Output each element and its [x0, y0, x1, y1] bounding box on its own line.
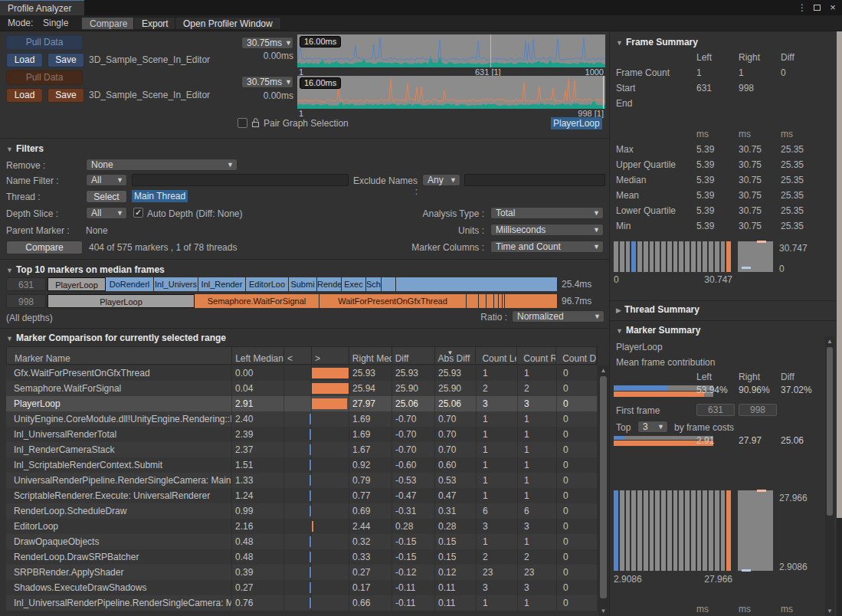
open-profiler-window-button[interactable]: Open Profiler Window — [175, 17, 281, 30]
scroll-down-icon[interactable]: ▼ — [825, 608, 834, 614]
filters-header[interactable]: ▼Filters — [6, 143, 44, 154]
cell-left: 0.48 — [232, 534, 284, 549]
thread-summary-header[interactable]: ▶Thread Summary — [616, 304, 699, 315]
thread-select-button[interactable]: Select — [86, 190, 127, 203]
save-right-button[interactable]: Save — [48, 88, 84, 103]
table-row[interactable]: Inl_ScriptableRenderContext.Submit1.510.… — [6, 457, 598, 473]
summary-scrollbar[interactable]: ▲ ▼ — [825, 336, 834, 616]
name-filter-input[interactable] — [132, 174, 349, 186]
first-frame-right-button[interactable]: 998 — [739, 404, 777, 416]
top10-segment[interactable]: Rende — [317, 277, 342, 291]
top10-segment[interactable]: WaitForPresentOnGfxThread — [319, 294, 467, 308]
export-button[interactable]: Export — [133, 17, 177, 30]
column-header-lt[interactable]: < — [284, 347, 312, 364]
table-row[interactable]: SRPBRender.ApplyShader0.390.27-0.120.122… — [6, 565, 598, 580]
pull-data-right-button[interactable]: Pull Data — [6, 70, 83, 85]
load-right-button[interactable]: Load — [6, 88, 43, 103]
column-header-left[interactable]: Left Median — [232, 347, 284, 364]
range-dropdown-bottom[interactable]: 30.75ms▼ — [241, 76, 293, 88]
frame-summary-header[interactable]: ▼Frame Summary — [616, 37, 698, 48]
column-header-count_r[interactable]: Count Right — [517, 347, 556, 364]
units-dropdown[interactable]: Milliseconds▼ — [490, 224, 604, 236]
first-frame-left-button[interactable]: 631 — [696, 404, 735, 416]
top10-segment[interactable]: Submi — [289, 277, 317, 291]
top10-segment[interactable]: EditorLoo — [246, 277, 289, 291]
top10-segment[interactable] — [396, 277, 558, 291]
mode-single-button[interactable]: Single — [35, 17, 76, 30]
table-row[interactable]: Inl_UniversalRenderPipeline.RenderSingle… — [6, 595, 598, 611]
column-header-name[interactable]: Marker Name — [7, 347, 232, 364]
frame-index-button[interactable]: 998 — [6, 294, 46, 308]
table-row[interactable]: PlayerLoop2.9127.9725.0625.06330 — [6, 396, 598, 411]
menu-icon[interactable]: ⋮ — [797, 2, 808, 13]
top10-segment[interactable]: Sch — [366, 277, 382, 291]
column-header-gt[interactable]: > — [312, 347, 349, 364]
column-header-right[interactable]: Right Median — [349, 347, 392, 364]
close-icon[interactable]: × — [827, 2, 838, 13]
table-row[interactable]: EditorLoop2.162.440.280.28330 — [6, 519, 598, 534]
top10-segment[interactable] — [382, 277, 396, 291]
top10-segment[interactable] — [505, 294, 558, 308]
scroll-down-icon[interactable]: ▼ — [598, 608, 608, 614]
top-n-dropdown[interactable]: 3▼ — [637, 421, 668, 433]
remove-dropdown[interactable]: None▼ — [86, 159, 238, 171]
table-row[interactable]: Semaphore.WaitForSignal0.0425.9425.9025.… — [6, 381, 598, 396]
marker-columns-dropdown[interactable]: Time and Count▼ — [490, 241, 604, 253]
exclude-mode-dropdown[interactable]: Any▼ — [422, 174, 460, 186]
compare-button[interactable]: Compare — [6, 241, 83, 254]
column-header-abs[interactable]: Abs Diff▼ — [435, 347, 477, 364]
tab-profile-analyzer[interactable]: Profile Analyzer — [0, 0, 84, 15]
table-row[interactable]: Shadows.ExecuteDrawShadows0.270.17-0.110… — [6, 580, 598, 595]
table-row[interactable]: DrawOpaqueObjects0.480.32-0.150.15110 — [6, 534, 598, 549]
panel-scrollbar-track[interactable] — [837, 518, 842, 616]
scrollbar-thumb[interactable] — [600, 376, 607, 598]
table-row[interactable]: UniversalRenderPipeline.RenderSingleCame… — [6, 473, 598, 488]
table-row[interactable]: RenderLoop.DrawSRPBatcher0.480.33-0.150.… — [6, 549, 598, 565]
column-header-diff[interactable]: Diff — [392, 347, 435, 364]
save-left-button[interactable]: Save — [48, 53, 84, 67]
top10-segment[interactable] — [467, 294, 479, 308]
pull-data-left-button[interactable]: Pull Data — [6, 35, 83, 50]
scrollbar-thumb[interactable] — [827, 347, 833, 516]
top10-segment[interactable] — [487, 294, 494, 308]
table-row[interactable]: Inl_UniversalRenderTotal2.391.69-0.700.7… — [6, 427, 598, 442]
ratio-dropdown[interactable]: Normalized▼ — [512, 310, 604, 323]
top10-segment[interactable]: PlayerLoop — [48, 277, 106, 291]
top10-segment[interactable]: Inl_Render — [198, 277, 246, 291]
top10-segment[interactable]: PlayerLoop — [48, 294, 195, 308]
marker-summary-header[interactable]: ▼Marker Summary — [616, 325, 700, 336]
contribution-diff-value: 37.02% — [781, 385, 812, 395]
column-header-count_d[interactable]: Count Diff — [556, 347, 597, 364]
column-header-count_l[interactable]: Count Left — [476, 347, 517, 364]
table-scrollbar[interactable]: ▲ ▼ — [598, 365, 608, 616]
top10-segment[interactable] — [479, 294, 487, 308]
table-row[interactable]: ScriptableRenderer.Execute: UniversalRen… — [6, 488, 598, 503]
table-row[interactable]: Gfx.WaitForPresentOnGfxThread0.0025.9325… — [6, 365, 598, 381]
top10-segment[interactable]: Exec — [342, 277, 366, 291]
exclude-names-input[interactable] — [464, 174, 605, 186]
analysis-type-dropdown[interactable]: Total▼ — [490, 207, 604, 219]
table-row[interactable]: RenderLoop.ScheduleDraw0.990.69-0.310.31… — [6, 503, 598, 519]
range-dropdown-top[interactable]: 30.75ms▼ — [241, 37, 293, 49]
top10-segment[interactable]: Semaphore.WaitForSignal — [195, 294, 319, 308]
comparison-header[interactable]: ▼Marker Comparison for currently selecte… — [6, 333, 226, 343]
mode-compare-button[interactable]: Compare — [81, 17, 136, 30]
frame-time-graph-left[interactable]: 16.00ms — [297, 34, 605, 67]
top10-segment[interactable]: Inl_Univers — [154, 277, 198, 291]
depth-slice-dropdown[interactable]: All▼ — [86, 207, 127, 219]
load-left-button[interactable]: Load — [6, 53, 43, 67]
frame-index-button[interactable]: 631 — [6, 277, 46, 291]
maximize-icon[interactable] — [814, 5, 821, 11]
table-row[interactable]: Inl_RenderCameraStack2.371.67-0.700.7011… — [6, 442, 598, 457]
top10-segment[interactable]: DoRenderl — [106, 277, 154, 291]
unlock-icon[interactable] — [251, 117, 260, 128]
table-row[interactable]: UnityEngine.CoreModule.dll!UnityEngine.R… — [6, 411, 598, 427]
pair-graph-checkbox[interactable] — [238, 118, 247, 128]
frame-time-graph-right[interactable]: 16.00ms — [297, 76, 605, 109]
scroll-up-icon[interactable]: ▲ — [825, 338, 834, 345]
scroll-up-icon[interactable]: ▲ — [598, 367, 608, 374]
top10-header[interactable]: ▼Top 10 markers on median frames — [6, 264, 165, 275]
panel-scrollbar-thumb[interactable] — [837, 31, 842, 518]
auto-depth-checkbox[interactable]: ✓ — [133, 208, 143, 218]
name-filter-mode-dropdown[interactable]: All▼ — [86, 174, 127, 186]
